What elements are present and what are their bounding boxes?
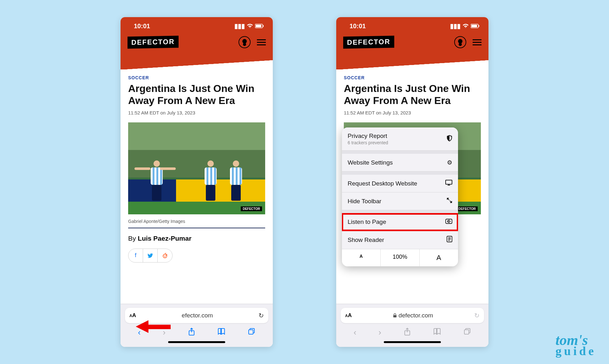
svg-rect-12 [446,180,452,184]
article-body: SOCCER Argentina Is Just One Win Away Fr… [121,69,273,304]
article-headline: Argentina Is Just One Win Away From A Ne… [128,83,265,107]
address-bar[interactable]: AA defector.com ↻ [341,308,484,323]
hamburger-icon[interactable] [473,39,481,45]
share-icon[interactable] [188,328,195,338]
status-icons: ▮▮▮ [234,22,264,30]
svg-point-5 [165,255,166,256]
site-header: 10:01 ▮▮▮ DEFECTOR [121,17,273,69]
twitter-icon[interactable] [143,249,158,262]
photo-credit: Gabriel Aponte/Getty Images [128,219,265,224]
site-header: 10:01 ▮▮▮ DEFECTOR [336,17,488,69]
zoom-out-button[interactable]: A [342,249,381,266]
hamburger-icon[interactable] [257,39,266,45]
article-body: SOCCER Argentina Is Just One Win Away Fr… [336,69,488,304]
svg-rect-15 [393,315,396,317]
status-time: 10:01 [350,23,366,30]
watermark: tom's guide [555,335,596,356]
svg-point-4 [164,255,165,256]
account-icon[interactable] [454,36,466,48]
share-buttons: f [128,249,173,263]
status-icons: ▮▮▮ [450,22,480,30]
bookmarks-icon [433,328,441,338]
zoom-row: A 100% A [342,249,458,266]
reload-icon: ↻ [474,312,480,319]
image-badge: DEFECTOR [241,206,262,211]
menu-privacy-report[interactable]: Privacy Report 6 trackers prevented [342,127,458,151]
tabs-icon [463,328,471,338]
back-icon: ‹ [354,328,357,338]
svg-rect-8 [249,330,253,334]
url-text[interactable]: defector.com [355,312,471,319]
screenshot-right: 10:01 ▮▮▮ DEFECTOR SOCCER Argentina Is J… [336,17,488,347]
zoom-level[interactable]: 100% [381,249,419,266]
speaker-icon [445,218,452,225]
wifi-icon [462,24,469,28]
facebook-icon[interactable]: f [128,249,143,262]
article-timestamp: 11:52 AM EDT on July 13, 2023 [128,110,265,115]
svg-rect-2 [263,25,264,27]
aa-button[interactable]: AA [129,312,136,319]
safari-chrome: AA efector.com ↻ ‹ › [121,304,273,347]
article-timestamp: 11:52 AM EDT on July 13, 2023 [344,110,481,115]
expand-icon [447,198,452,205]
home-indicator[interactable] [384,341,441,343]
annotation-arrow [136,320,171,333]
menu-show-reader[interactable]: Show Reader [342,231,458,249]
status-bar: 10:01 ▮▮▮ [121,17,273,30]
divider [128,228,265,228]
site-logo[interactable]: DEFECTOR [128,36,179,49]
status-time: 10:01 [134,23,150,30]
svg-rect-17 [464,330,469,334]
article-headline: Argentina Is Just One Win Away From A Ne… [344,83,481,107]
lock-icon [393,313,397,318]
forward-icon: › [378,328,381,338]
url-text[interactable]: efector.com [139,312,255,319]
safari-chrome: AA defector.com ↻ ‹ › [336,304,488,347]
bookmarks-icon[interactable] [217,328,226,338]
reddit-icon[interactable] [158,249,172,262]
author-link[interactable]: Luis Paez-Pumar [138,235,191,242]
menu-hide-toolbar[interactable]: Hide Toolbar [342,192,458,210]
cellular-icon: ▮▮▮ [450,22,461,30]
aa-button[interactable]: AA [345,312,352,319]
share-icon [403,328,411,338]
tabs-icon[interactable] [248,328,255,338]
desktop-icon [445,180,452,187]
battery-icon [255,24,264,28]
cellular-icon: ▮▮▮ [234,22,245,30]
site-logo[interactable]: DEFECTOR [343,36,394,49]
status-bar: 10:01 ▮▮▮ [336,17,488,30]
image-badge: DEFECTOR [456,206,478,211]
menu-listen-to-page[interactable]: Listen to Page [342,213,458,231]
category-link[interactable]: SOCCER [344,75,481,80]
safari-toolbar: ‹ › [341,323,484,339]
shield-icon [447,135,452,143]
svg-rect-1 [256,25,261,27]
menu-request-desktop[interactable]: Request Desktop Website [342,175,458,192]
wifi-icon [247,24,253,28]
svg-rect-13 [446,219,452,224]
battery-icon [471,24,480,28]
category-link[interactable]: SOCCER [128,75,265,80]
svg-rect-11 [479,25,479,27]
screenshot-left: 10:01 ▮▮▮ DEFECTOR SOCCER Argentina Is J… [121,17,273,347]
svg-rect-10 [471,25,477,27]
byline: By Luis Paez-Pumar [128,235,265,242]
reload-icon[interactable]: ↻ [259,312,264,319]
gear-icon: ⚙ [447,159,452,166]
zoom-in-button[interactable]: A [420,249,458,266]
account-icon[interactable] [239,36,251,48]
home-indicator[interactable] [168,341,225,343]
menu-website-settings[interactable]: Website Settings ⚙ [342,154,458,172]
hero-image: DEFECTOR [128,122,265,214]
reader-icon [447,236,452,244]
aa-menu: Privacy Report 6 trackers prevented Webs… [342,127,458,266]
